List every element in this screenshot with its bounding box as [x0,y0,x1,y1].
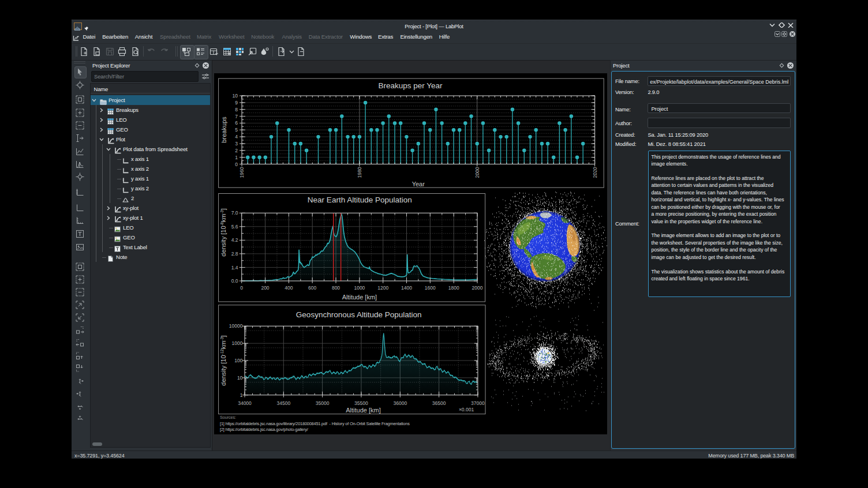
svg-text:4: 4 [235,134,238,140]
svg-text:4.2: 4.2 [231,237,238,243]
svg-text:35000: 35000 [316,400,330,406]
svg-text:1200: 1200 [377,285,388,291]
svg-text:5.6: 5.6 [231,224,238,230]
svg-text:5: 5 [235,127,238,133]
svg-text:Sources:: Sources: [220,415,236,420]
svg-text:800: 800 [332,285,340,291]
svg-text:1: 1 [240,392,243,398]
svg-text:1980: 1980 [357,167,362,178]
svg-text:34500: 34500 [276,400,290,406]
svg-text:breakups: breakups [220,117,227,143]
svg-text:10000: 10000 [229,323,243,329]
svg-text:7.0: 7.0 [231,210,238,216]
svg-text:600: 600 [308,285,316,291]
svg-text:density [10-8km-3]: density [10-8km-3] [220,208,227,256]
svg-text:2000: 2000 [474,167,480,178]
svg-text:1000: 1000 [354,285,365,291]
svg-text:400: 400 [285,285,293,291]
svg-text:1000: 1000 [232,340,243,346]
svg-text:1.4: 1.4 [231,265,238,271]
svg-text:2000: 2000 [472,285,483,291]
svg-text:7: 7 [235,114,238,119]
svg-text:2: 2 [235,148,238,153]
svg-text:×0.001: ×0.001 [459,407,474,412]
svg-text:3: 3 [235,141,238,147]
svg-text:2.8: 2.8 [231,251,238,257]
svg-text:Breakups per Year: Breakups per Year [378,81,443,90]
svg-text:Near Earth Altitude Population: Near Earth Altitude Population [308,196,412,204]
svg-text:6: 6 [235,120,238,126]
svg-text:36000: 36000 [393,400,407,406]
svg-text:1800: 1800 [448,285,459,291]
svg-text:34000: 34000 [238,400,252,406]
svg-text:37000: 37000 [471,400,485,406]
svg-text:1400: 1400 [401,285,412,291]
svg-text:10: 10 [233,93,238,99]
svg-text:Altitude [km]: Altitude [km] [346,407,381,414]
svg-text:Altitude [km]: Altitude [km] [342,294,377,301]
svg-text:200: 200 [261,285,269,291]
svg-text:100: 100 [234,358,242,363]
svg-text:35500: 35500 [354,400,368,406]
svg-text:10: 10 [237,375,243,381]
svg-text:1600: 1600 [425,285,436,291]
svg-text:1960: 1960 [239,167,245,178]
svg-text:2020: 2020 [592,167,598,178]
svg-text:9: 9 [235,100,238,106]
svg-text:0: 0 [235,162,238,167]
svg-text:density [10-12km-3]: density [10-12km-3] [220,335,227,385]
svg-text:[1] https://orbitaldebris.jsc.: [1] https://orbitaldebris.jsc.nasa.gov/l… [220,421,410,426]
svg-text:[2] https://orbitaldebris.jsc.: [2] https://orbitaldebris.jsc.nasa.gov/p… [220,427,309,432]
svg-text:8: 8 [235,107,238,112]
svg-text:1: 1 [235,155,238,160]
svg-text:36500: 36500 [432,400,446,406]
svg-text:Geosynchronous Altitude Popula: Geosynchronous Altitude Population [296,310,422,319]
svg-text:0.0: 0.0 [231,278,238,284]
svg-text:Year: Year [412,181,425,187]
svg-text:0: 0 [240,285,243,291]
